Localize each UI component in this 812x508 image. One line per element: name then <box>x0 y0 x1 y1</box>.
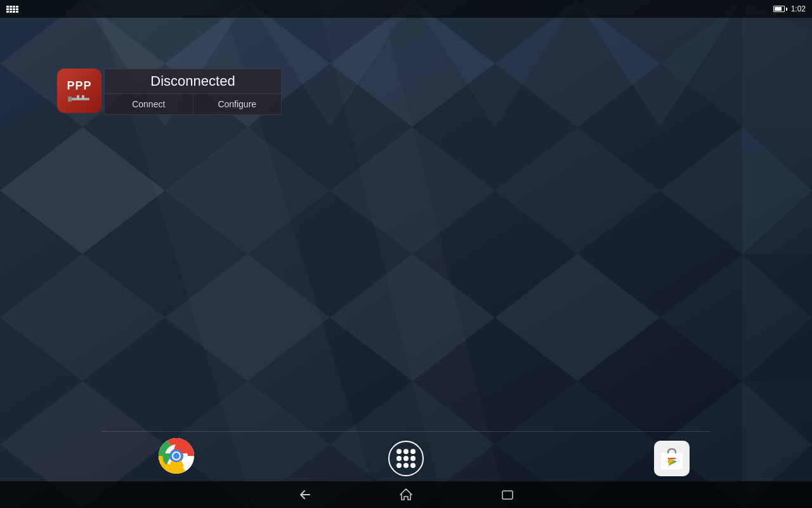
dock-separator <box>102 431 710 432</box>
nav-bar <box>0 481 812 508</box>
usb-icon <box>68 94 91 102</box>
play-store-icon[interactable] <box>654 441 690 476</box>
dock-item-play-store[interactable] <box>654 441 690 476</box>
nav-recent-button[interactable] <box>495 485 520 505</box>
svg-rect-37 <box>82 95 84 99</box>
ppp-widget: PPP Disconnected Connect Configure <box>57 69 282 115</box>
dots-grid <box>396 449 416 468</box>
dock-item-app-drawer[interactable] <box>388 441 424 476</box>
configure-button[interactable]: Configure <box>193 94 282 114</box>
svg-marker-30 <box>742 254 812 381</box>
disconnected-text: Disconnected <box>150 73 235 89</box>
nav-home-button[interactable] <box>393 485 419 505</box>
svg-rect-49 <box>502 491 513 499</box>
svg-rect-36 <box>77 95 79 99</box>
nav-back-button[interactable] <box>292 485 317 505</box>
dock-item-chrome[interactable] <box>159 438 194 476</box>
status-bar: 1:02 <box>0 0 812 18</box>
status-left <box>6 6 18 13</box>
widget-content: Disconnected Connect Configure <box>104 69 282 115</box>
svg-marker-29 <box>742 127 812 254</box>
ppp-app-icon[interactable]: PPP <box>57 69 102 113</box>
svg-marker-28 <box>742 0 812 127</box>
notification-icon <box>6 6 18 13</box>
svg-point-44 <box>173 453 180 459</box>
connect-button[interactable]: Connect <box>105 94 193 114</box>
clock: 1:02 <box>791 4 806 13</box>
widget-buttons: Connect Configure <box>104 94 282 115</box>
status-right: 1:02 <box>773 4 806 13</box>
ppp-text-label: PPP <box>67 80 91 91</box>
svg-rect-35 <box>68 97 72 102</box>
app-drawer-icon[interactable] <box>388 441 424 476</box>
status-label: Disconnected <box>104 69 282 94</box>
battery-icon <box>773 6 787 12</box>
